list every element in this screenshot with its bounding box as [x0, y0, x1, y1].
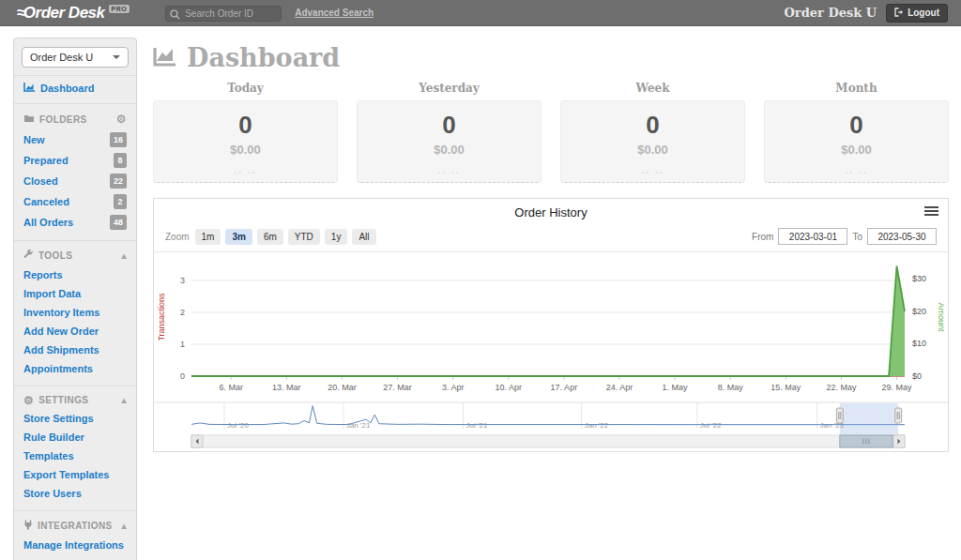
zoom-button-6m[interactable]: 6m: [257, 229, 283, 245]
main-content: Dashboard Today 0 $0.00 .. .. Yesterday …: [153, 38, 949, 452]
section-header-folders[interactable]: FOLDERS ⚙: [14, 110, 136, 129]
sidebar-item-dashboard[interactable]: Dashboard: [14, 76, 136, 99]
dashboard-chart-icon: [23, 82, 36, 94]
stat-week: Week 0 $0.00 .. ..: [560, 82, 745, 183]
section-header-tools[interactable]: TOOLS ▴: [14, 247, 136, 265]
section-tools: TOOLS ▴ Reports Import Data Inventory It…: [14, 240, 136, 382]
section-label: FOLDERS: [39, 114, 87, 125]
top-navbar: ≈Order DeskPRO Advanced Search Order Des…: [0, 0, 961, 26]
sidebar-item-closed[interactable]: Closed22: [14, 171, 136, 191]
sidebar-item-label: Add Shipments: [23, 343, 99, 356]
svg-text:Jan '21: Jan '21: [346, 421, 371, 430]
svg-text:8. May: 8. May: [718, 383, 744, 392]
gear-icon[interactable]: ⚙: [116, 113, 127, 126]
svg-text:15. May: 15. May: [770, 383, 801, 392]
svg-text:29. May: 29. May: [882, 383, 913, 392]
sidebar-item-prepared[interactable]: Prepared8: [14, 150, 136, 171]
svg-text:Jan '22: Jan '22: [585, 421, 609, 430]
sidebar-item-label: Import Data: [23, 287, 81, 300]
sidebar-item-reports[interactable]: Reports: [14, 265, 136, 284]
order-search: [165, 4, 282, 22]
svg-text:1: 1: [180, 340, 185, 349]
sidebar: Order Desk U Dashboard FOLDERS ⚙ New16 P…: [13, 38, 137, 560]
sidebar-item-label: All Orders: [23, 216, 73, 229]
panel-title: Order History: [154, 199, 948, 219]
svg-text:13. Mar: 13. Mar: [272, 383, 301, 392]
stat-card: 0 $0.00 .. ..: [560, 100, 745, 183]
stat-sub: .. ..: [358, 165, 541, 175]
svg-text:Jul '20: Jul '20: [227, 421, 249, 430]
sidebar-item-store-users[interactable]: Store Users: [14, 484, 136, 503]
order-history-chart[interactable]: 0123$0$10$20$306. Mar13. Mar20. Mar27. M…: [154, 252, 948, 451]
svg-text:2: 2: [180, 308, 185, 317]
sidebar-item-label: Dashboard: [40, 83, 94, 94]
svg-text:Jul '22: Jul '22: [700, 421, 722, 430]
section-label: INTEGRATIONS: [38, 521, 113, 531]
folder-icon: [23, 114, 35, 125]
stat-label: Week: [560, 82, 745, 95]
sidebar-item-rule-builder[interactable]: Rule Builder: [14, 428, 136, 446]
to-date-input[interactable]: [867, 228, 937, 245]
svg-text:3: 3: [180, 276, 185, 285]
count-badge: 22: [110, 174, 127, 189]
hamburger-menu-icon[interactable]: [924, 206, 938, 218]
zoom-button-3m[interactable]: 3m: [225, 229, 252, 245]
search-input[interactable]: [165, 6, 282, 22]
chevron-up-icon: ▴: [122, 521, 127, 531]
logout-button[interactable]: Logout: [886, 4, 948, 23]
section-folders: FOLDERS ⚙ New16 Prepared8 Closed22 Cance…: [14, 103, 136, 236]
sidebar-item-export-templates[interactable]: Export Templates: [14, 465, 136, 484]
sidebar-item-add-new-order[interactable]: Add New Order: [14, 322, 136, 341]
zoom-button-all[interactable]: All: [352, 229, 375, 245]
count-badge: 48: [110, 215, 127, 230]
sidebar-item-manage-integrations[interactable]: Manage Integrations: [14, 536, 136, 554]
stat-amount: $0.00: [154, 143, 337, 157]
svg-text:$30: $30: [912, 274, 926, 283]
gear-icon: ⚙: [23, 396, 34, 405]
svg-text:24. Apr: 24. Apr: [606, 383, 633, 392]
sidebar-item-canceled[interactable]: Canceled2: [14, 191, 136, 212]
stat-sub: .. ..: [561, 165, 744, 175]
stat-month: Month 0 $0.00 .. ..: [764, 82, 949, 183]
stat-count: 0: [765, 113, 948, 137]
chevron-down-icon: [113, 55, 120, 59]
plug-icon: [23, 520, 33, 532]
svg-text:$10: $10: [912, 339, 926, 348]
sidebar-item-add-shipments[interactable]: Add Shipments: [14, 341, 136, 359]
sidebar-item-all-orders[interactable]: All Orders48: [14, 212, 136, 233]
sidebar-item-label: Export Templates: [23, 468, 110, 481]
navbar-right: Order Desk U Logout: [784, 4, 948, 23]
svg-text:3. Apr: 3. Apr: [442, 383, 465, 392]
sidebar-item-label: Canceled: [23, 195, 69, 208]
page-title-text: Dashboard: [187, 43, 340, 72]
stat-count: 0: [561, 113, 744, 137]
order-history-panel: Order History Zoom 1m 3m 6m YTD 1y All F…: [153, 198, 949, 452]
svg-text:10. Apr: 10. Apr: [496, 383, 523, 392]
stat-card: 0 $0.00 .. ..: [764, 100, 949, 183]
zoom-button-1m[interactable]: 1m: [195, 229, 221, 245]
section-header-integrations[interactable]: INTEGRATIONS ▴: [14, 517, 136, 536]
stat-yesterday: Yesterday 0 $0.00 .. ..: [357, 82, 542, 183]
sidebar-item-store-settings[interactable]: Store Settings: [14, 409, 136, 428]
section-settings: ⚙ SETTINGS ▴ Store Settings Rule Builder…: [14, 386, 136, 507]
count-badge: 8: [114, 153, 127, 168]
stat-card: 0 $0.00 .. ..: [153, 100, 338, 183]
advanced-search-link[interactable]: Advanced Search: [295, 8, 374, 18]
section-header-settings[interactable]: ⚙ SETTINGS ▴: [14, 392, 136, 409]
sidebar-item-new[interactable]: New16: [14, 129, 136, 150]
sidebar-item-appointments[interactable]: Appointments: [14, 359, 136, 378]
sidebar-item-inventory-items[interactable]: Inventory Items: [14, 303, 136, 322]
stat-today: Today 0 $0.00 .. ..: [153, 82, 338, 183]
from-date-input[interactable]: [778, 228, 847, 245]
sidebar-item-templates[interactable]: Templates: [14, 446, 136, 465]
app-logo[interactable]: ≈Order DeskPRO: [17, 4, 130, 23]
store-selector[interactable]: Order Desk U: [22, 47, 129, 68]
count-badge: 16: [110, 132, 127, 147]
sidebar-item-label: Appointments: [23, 362, 93, 375]
sidebar-item-label: Closed: [23, 174, 58, 188]
stat-count: 0: [154, 113, 337, 137]
zoom-button-1y[interactable]: 1y: [325, 229, 348, 245]
sidebar-item-import-data[interactable]: Import Data: [14, 284, 136, 303]
sidebar-item-label: Store Settings: [23, 412, 94, 425]
zoom-button-ytd[interactable]: YTD: [288, 229, 320, 245]
